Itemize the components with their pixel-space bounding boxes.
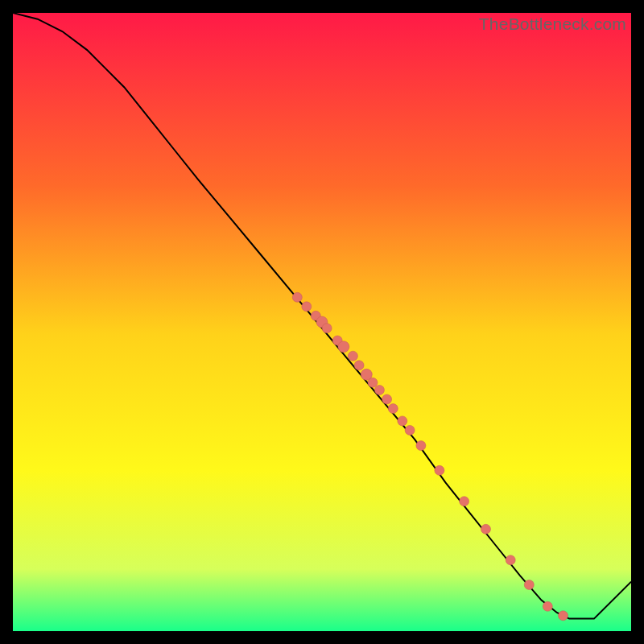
- data-point: [405, 425, 415, 435]
- data-point: [302, 302, 312, 312]
- data-point: [524, 580, 534, 589]
- data-point: [460, 497, 469, 506]
- data-point: [292, 292, 302, 302]
- data-point: [368, 378, 378, 387]
- data-point: [416, 441, 426, 451]
- data-point: [398, 416, 407, 426]
- data-point: [338, 341, 349, 353]
- watermark-text: TheBottleneck.com: [479, 14, 626, 34]
- data-point: [388, 404, 398, 414]
- data-point: [435, 465, 444, 475]
- data-point: [374, 386, 384, 395]
- data-point: [506, 555, 515, 565]
- data-point: [543, 601, 552, 611]
- data-point: [382, 394, 392, 404]
- data-point: [559, 611, 568, 621]
- chart-canvas: [13, 13, 631, 631]
- data-point: [322, 324, 332, 333]
- data-point: [354, 361, 364, 370]
- data-point: [481, 524, 491, 534]
- chart-frame: TheBottleneck.com: [13, 13, 631, 631]
- data-point: [348, 351, 357, 361]
